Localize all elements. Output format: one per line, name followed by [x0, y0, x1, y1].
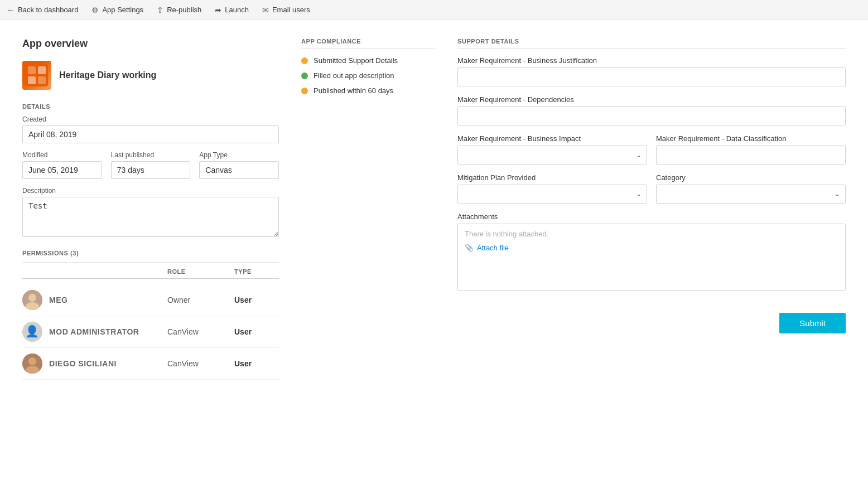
attachments-field: Attachments There is nothing attached. 📎… — [457, 212, 846, 291]
launch-icon: ➦ — [215, 6, 221, 14]
dependencies-label: Maker Requirement - Dependencies — [457, 95, 846, 104]
email-icon: ✉ — [262, 6, 269, 14]
attach-file-button[interactable]: 📎 Attach file — [465, 244, 509, 252]
compliance-item-3: Published within 60 days — [301, 86, 435, 95]
mitigation-category-row: Mitigation Plan Provided Yes No ⌄ Catego… — [457, 173, 846, 204]
category-label: Category — [656, 173, 846, 182]
page-title: App overview — [22, 38, 279, 50]
compliance-label-1: Submitted Support Details — [314, 56, 398, 65]
perm-name-mod: MOD Administrator — [49, 327, 139, 336]
permissions-section-label: PERMISSIONS (3) — [22, 250, 279, 256]
category-col: Category ⌄ — [656, 173, 846, 204]
modified-label: Modified — [22, 151, 102, 159]
compliance-section: APP COMPLIANCE Submitted Support Details… — [301, 38, 435, 380]
support-title: SUPPORT DETAILS — [457, 38, 846, 49]
table-row: Diego Siciliani CanView User — [22, 348, 279, 380]
app-settings-nav[interactable]: ⚙ App Settings — [91, 6, 143, 14]
permissions-divider — [22, 262, 279, 263]
app-type-label: App Type — [199, 151, 279, 159]
compliance-dot-2 — [301, 72, 308, 79]
svg-rect-2 — [38, 66, 46, 74]
back-arrow-icon: ← — [7, 6, 15, 14]
svg-point-6 — [28, 294, 36, 302]
compliance-dot-1 — [301, 57, 308, 64]
app-info-row: Heritage Diary working — [22, 61, 279, 90]
perm-role-mod: CanView — [167, 327, 234, 336]
gear-icon: ⚙ — [91, 6, 99, 14]
left-section: App overview Heritage Diary working DE — [22, 38, 279, 380]
paperclip-icon: 📎 — [465, 244, 474, 252]
email-users-nav[interactable]: ✉ Email users — [262, 6, 310, 14]
compliance-item-1: Submitted Support Details — [301, 56, 435, 65]
permissions-section: PERMISSIONS (3) ROLE TYPE — [22, 250, 279, 380]
perm-role-diego: CanView — [167, 359, 234, 368]
svg-point-11 — [28, 357, 36, 365]
table-row: Meg Owner User — [22, 284, 279, 316]
perm-name-col-meg: Meg — [22, 290, 167, 310]
svg-rect-4 — [38, 76, 46, 84]
modified-col: Modified — [22, 151, 102, 179]
data-classification-input[interactable] — [656, 146, 846, 164]
compliance-item-2: Filled out app description — [301, 71, 435, 80]
details-section-label: DETAILS — [22, 103, 279, 110]
data-classification-label: Maker Requirement - Data Classification — [656, 134, 846, 143]
submit-row: Submit — [457, 313, 846, 333]
attachments-box: There is nothing attached. 📎 Attach file — [457, 224, 846, 291]
business-impact-label: Maker Requirement - Business Impact — [457, 134, 647, 143]
app-type-input[interactable] — [199, 161, 279, 179]
table-row: 👤 MOD Administrator CanView User — [22, 316, 279, 348]
category-select[interactable] — [656, 185, 846, 204]
description-textarea[interactable]: Test — [22, 197, 279, 237]
compliance-dot-3 — [301, 88, 308, 94]
app-type-col: App Type — [199, 151, 279, 179]
app-icon-inner — [22, 61, 51, 90]
svg-text:👤: 👤 — [25, 325, 40, 338]
submit-button[interactable]: Submit — [779, 313, 846, 333]
last-published-label: Last published — [111, 151, 191, 159]
app-icon-svg — [26, 64, 48, 86]
perm-header-type: TYPE — [234, 268, 279, 275]
perm-type-diego: User — [234, 359, 279, 368]
mitigation-label: Mitigation Plan Provided — [457, 173, 647, 182]
republish-nav[interactable]: ⇧ Re-publish — [157, 6, 201, 14]
created-input[interactable] — [22, 125, 279, 143]
perm-header-name — [22, 268, 167, 275]
business-impact-select[interactable]: Low Medium High — [457, 146, 647, 164]
compliance-label-3: Published within 60 days — [314, 86, 393, 95]
business-justification-label: Maker Requirement - Business Justificati… — [457, 56, 846, 65]
perm-role-meg: Owner — [167, 296, 234, 304]
app-icon — [22, 61, 51, 90]
perm-type-meg: User — [234, 296, 279, 304]
business-impact-col: Maker Requirement - Business Impact Low … — [457, 134, 647, 164]
svg-rect-1 — [28, 66, 36, 74]
mitigation-col: Mitigation Plan Provided Yes No ⌄ — [457, 173, 647, 204]
data-classification-col: Maker Requirement - Data Classification — [656, 134, 846, 164]
dependencies-input[interactable] — [457, 106, 846, 125]
avatar — [22, 354, 42, 374]
attachments-label: Attachments — [457, 212, 846, 221]
upload-icon: ⇧ — [157, 6, 163, 14]
back-to-dashboard[interactable]: ← Back to dashboard — [7, 6, 78, 14]
perm-name-meg: Meg — [49, 296, 68, 304]
modified-input[interactable] — [22, 161, 102, 179]
mitigation-select-wrapper: Yes No ⌄ — [457, 185, 647, 204]
launch-nav[interactable]: ➦ Launch — [215, 6, 249, 14]
business-justification-input[interactable] — [457, 67, 846, 86]
category-select-wrapper: ⌄ — [656, 185, 846, 204]
perm-name-col-diego: Diego Siciliani — [22, 354, 167, 374]
last-published-input[interactable] — [111, 161, 191, 179]
dependencies-field: Maker Requirement - Dependencies — [457, 95, 846, 125]
compliance-label-2: Filled out app description — [314, 71, 394, 80]
topbar: ← Back to dashboard ⚙ App Settings ⇧ Re-… — [0, 0, 868, 20]
last-published-col: Last published — [111, 151, 191, 179]
perm-name-col-mod: 👤 MOD Administrator — [22, 322, 167, 342]
business-justification-field: Maker Requirement - Business Justificati… — [457, 56, 846, 86]
attachments-placeholder: There is nothing attached. — [465, 230, 838, 238]
mitigation-select[interactable]: Yes No — [457, 185, 647, 204]
compliance-title: APP COMPLIANCE — [301, 38, 435, 49]
description-label: Description — [22, 187, 279, 195]
created-field-group: Created — [22, 115, 279, 143]
avatar — [22, 290, 42, 310]
modified-published-row: Modified Last published App Type — [22, 151, 279, 179]
svg-rect-3 — [28, 76, 36, 84]
